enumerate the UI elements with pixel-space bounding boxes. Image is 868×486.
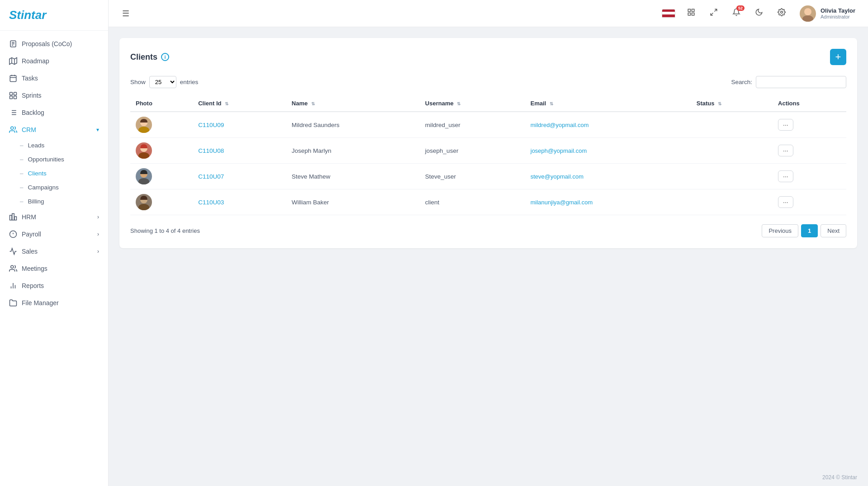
client-id-link-1[interactable]: C110U08 [198,147,224,154]
email-link-3[interactable]: milanunjiya@gmail.com [531,199,593,206]
col-email[interactable]: Email ⇅ [525,95,691,112]
billing-label: Billing [28,198,44,205]
user-name: Olivia Taylor [821,7,855,14]
col-username[interactable]: Username ⇅ [420,95,525,112]
grid-button[interactable] [683,5,699,22]
backlog-icon [9,109,17,117]
sidebar-item-opportunities[interactable]: Opportunities [0,152,108,166]
user-profile[interactable]: Olivia Taylor Administrator [796,4,859,24]
header: ☰ [109,0,868,27]
search-group: Search: [731,76,846,88]
sidebar-item-clients[interactable]: Clients [0,166,108,180]
col-client-id[interactable]: Client Id ⇅ [193,95,286,112]
chevron-right-icon-2: › [97,231,99,237]
svg-point-39 [804,8,811,15]
sprint-icon [9,91,17,99]
info-icon[interactable]: i [161,53,169,61]
search-label: Search: [731,79,752,85]
action-button-0[interactable]: ··· [778,119,793,131]
sidebar-item-payroll[interactable]: Payroll › [0,226,108,243]
pagination-controls: Previous 1 Next [762,224,846,237]
main-area: ☰ [109,0,868,486]
sidebar-item-sales[interactable]: Sales › [0,243,108,260]
col-status[interactable]: Status ⇅ [691,95,773,112]
svg-point-38 [781,11,783,14]
sidebar-item-crm[interactable]: CRM ▾ [0,121,108,138]
menu-toggle-button[interactable]: ☰ [118,5,134,22]
action-button-3[interactable]: ··· [778,196,793,208]
col-photo: Photo [130,95,193,112]
flag-icon [662,9,675,18]
crm-icon [9,126,17,134]
svg-point-40 [802,15,813,22]
email-link-1[interactable]: joseph@yopmail.com [531,147,587,154]
sidebar-item-file-manager[interactable]: File Manager [0,294,108,311]
page-title-group: Clients i [130,52,169,62]
user-role: Administrator [821,14,855,19]
next-button[interactable]: Next [821,224,846,237]
client-id-link-3[interactable]: C110U03 [198,199,224,206]
leads-label: Leads [28,142,45,149]
sidebar-item-sales-label: Sales [22,248,38,255]
svg-rect-7 [10,75,16,82]
email-link-2[interactable]: steve@yopmail.com [531,173,583,180]
add-client-button[interactable]: + [830,49,846,65]
svg-point-45 [138,152,149,159]
svg-rect-23 [12,214,14,220]
sidebar-item-leads[interactable]: Leads [0,138,108,152]
show-entries-group: Show 25 10 50 100 entries [130,76,198,88]
sidebar-item-backlog-label: Backlog [22,109,44,116]
entries-label: entries [180,79,199,85]
previous-button[interactable]: Previous [762,224,798,237]
client-id-link-2[interactable]: C110U07 [198,173,224,180]
sidebar-item-meetings[interactable]: Meetings [0,260,108,277]
content-area: Clients i + Show 25 10 50 100 entries [109,27,868,469]
svg-rect-32 [688,9,690,11]
col-name[interactable]: Name ⇅ [286,95,420,112]
hrm-icon [9,213,17,221]
notification-badge: 52 [736,5,745,11]
svg-point-42 [138,127,149,133]
sidebar-item-tasks[interactable]: Tasks [0,70,108,87]
header-actions: 52 Olivia Taylor Administrator [660,4,859,24]
svg-rect-33 [692,9,694,11]
notification-button[interactable]: 52 [728,5,745,22]
sidebar-item-proposals[interactable]: Proposals (CoCo) [0,35,108,52]
sidebar-item-hrm[interactable]: HRM › [0,208,108,226]
svg-point-21 [11,127,14,129]
action-button-1[interactable]: ··· [778,145,793,156]
chevron-down-icon: ▾ [96,127,99,133]
flag-button[interactable] [660,5,677,22]
sidebar-item-roadmap-label: Roadmap [22,57,49,65]
cell-username-1: joseph_user [420,138,525,164]
client-id-link-0[interactable]: C110U09 [198,122,224,128]
sidebar-item-campaigns[interactable]: Campaigns [0,180,108,194]
sidebar-item-backlog[interactable]: Backlog [0,104,108,121]
cell-name-0: Mildred Saunders [286,112,420,138]
sidebar-item-sprints-label: Sprints [22,92,42,99]
cell-email-3: milanunjiya@gmail.com [525,189,691,215]
entries-info: Showing 1 to 4 of 4 entries [130,227,200,234]
cell-username-3: client [420,189,525,215]
cell-status-2 [691,164,773,189]
cell-photo-1 [130,138,193,164]
dark-mode-button[interactable] [751,5,767,22]
cell-photo-3 [130,189,193,215]
sidebar-item-roadmap[interactable]: Roadmap [0,52,108,70]
svg-line-36 [714,9,716,11]
svg-rect-13 [10,96,13,99]
chevron-right-icon-3: › [97,248,99,255]
email-link-0[interactable]: mildred@yopmail.com [531,122,589,128]
settings-button[interactable] [773,5,790,22]
cell-username-0: mildred_user [420,112,525,138]
action-button-2[interactable]: ··· [778,170,793,182]
entries-select[interactable]: 25 10 50 100 [149,76,176,88]
search-input[interactable] [756,76,846,88]
expand-button[interactable] [706,5,722,22]
sidebar-item-sprints[interactable]: Sprints [0,87,108,104]
page-1-button[interactable]: 1 [801,224,818,237]
row-avatar-2 [136,168,152,184]
sidebar-item-billing[interactable]: Billing [0,194,108,208]
sidebar-item-reports[interactable]: Reports [0,277,108,294]
cell-status-0 [691,112,773,138]
